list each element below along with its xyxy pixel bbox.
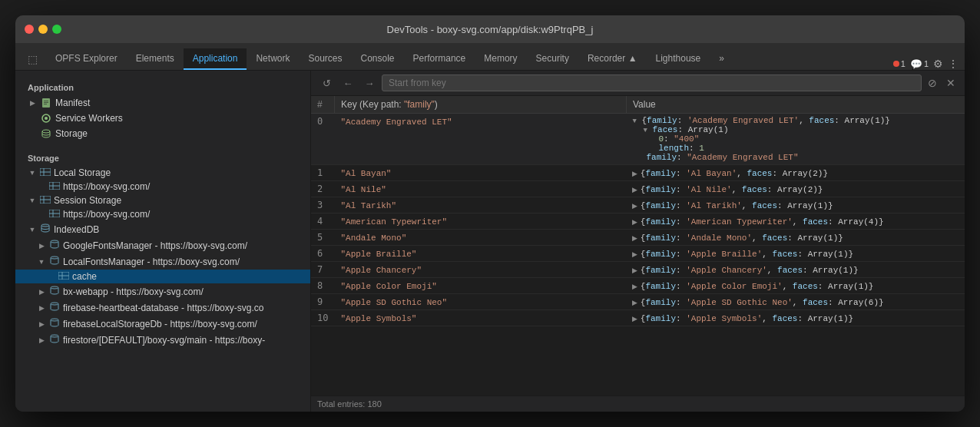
expand-6[interactable] — [632, 250, 637, 258]
cell-num-1: 1 — [311, 165, 334, 181]
sidebar-item-session-storage[interactable]: Session Storage — [15, 194, 310, 207]
expand-8[interactable] — [632, 283, 637, 290]
lfm-icon — [49, 255, 60, 268]
sidebar-item-ls-url[interactable]: https://boxy-svg.com/ — [15, 180, 310, 194]
table-row[interactable]: 5 "Andale Mono" {family: 'Andale Mono', … — [311, 230, 965, 246]
cell-key-9: "Apple SD Gothic Neo" — [334, 294, 626, 310]
expand-4[interactable] — [632, 218, 637, 226]
expand-1[interactable] — [632, 170, 637, 177]
tab-console[interactable]: Console — [352, 48, 404, 70]
expand-5[interactable] — [632, 234, 637, 242]
sidebar-item-cache[interactable]: cache — [15, 270, 310, 283]
devtools-icon[interactable]: ⬚ — [22, 48, 43, 70]
toolbar: ↺ ← → ⊘ ✕ — [311, 71, 965, 96]
tabs: OPFS Explorer Elements Application Netwo… — [46, 48, 893, 70]
cell-num-0: 0 — [311, 114, 334, 165]
clear-button[interactable]: ✕ — [943, 75, 958, 91]
tab-memory[interactable]: Memory — [475, 48, 526, 70]
sidebar-section-storage: Storage — [15, 151, 310, 166]
ls-icon — [40, 167, 51, 178]
close-button[interactable] — [25, 25, 34, 34]
next-button[interactable]: → — [360, 74, 379, 92]
fbh-icon — [49, 301, 60, 314]
cell-key-2: "Al Nile" — [334, 181, 626, 197]
tab-security[interactable]: Security — [527, 48, 578, 70]
manifest-icon — [40, 97, 52, 109]
sidebar-item-firebase-local[interactable]: firebaseLocalStorageDb - https://boxy-sv… — [15, 316, 310, 332]
data-table: # Key (Key path: "family") Value 0 "Acad… — [311, 96, 965, 326]
table-row[interactable]: 4 "American Typewriter" {family: 'Americ… — [311, 214, 965, 230]
ss-icon — [40, 195, 51, 206]
tab-elements[interactable]: Elements — [127, 48, 184, 70]
cell-val-2: {family: 'Al Nile', faces: Array(2)} — [626, 181, 965, 197]
key-input[interactable] — [382, 74, 922, 91]
tab-performance[interactable]: Performance — [404, 48, 475, 70]
expand-7[interactable] — [632, 266, 637, 274]
tab-recorder[interactable]: Recorder ▲ — [578, 48, 647, 70]
table-row[interactable]: 0 "Academy Engraved LET" {family: 'Acade… — [311, 114, 965, 165]
fbh-arrow — [37, 303, 46, 313]
sidebar-item-firestore[interactable]: firestore/[DEFAULT]/boxy-svg/main - http… — [15, 332, 310, 348]
sidebar-item-local-fonts[interactable]: LocalFontsManager - https://boxy-svg.com… — [15, 253, 310, 270]
tab-more[interactable]: » — [710, 48, 733, 70]
expand-3[interactable] — [632, 202, 637, 210]
svg-point-26 — [51, 303, 58, 305]
expand-2[interactable] — [632, 186, 637, 194]
refresh-button[interactable]: ↺ — [317, 74, 336, 92]
tabbar-left: ⬚ — [22, 48, 43, 70]
sidebar-item-google-fonts[interactable]: GoogleFontsManager - https://boxy-svg.co… — [15, 237, 310, 253]
fbl-label: firebaseLocalStorageDb - https://boxy-sv… — [63, 319, 257, 329]
main-area: Application Manifest — [15, 71, 965, 412]
cell-val-1: {family: 'Al Bayan', faces: Array(2)} — [626, 165, 965, 181]
sw-label: Service Workers — [55, 113, 123, 124]
tab-opfs-explorer[interactable]: OPFS Explorer — [46, 48, 127, 70]
fs-icon — [49, 333, 60, 346]
sw-icon — [40, 112, 52, 124]
content-area: ↺ ← → ⊘ ✕ # Key (Key path: "family") Val… — [311, 71, 965, 412]
tabbar-right: 1 💬 1 ⚙ ⋮ — [893, 58, 958, 70]
block-button[interactable]: ⊘ — [925, 75, 940, 91]
cell-key-3: "Al Tarikh" — [334, 197, 626, 214]
expand-10[interactable] — [632, 315, 637, 323]
table-header-row: # Key (Key path: "family") Value — [311, 96, 965, 114]
idb-arrow — [28, 225, 37, 234]
sidebar-item-local-storage[interactable]: Local Storage — [15, 166, 310, 180]
more-options-icon[interactable]: ⋮ — [948, 58, 958, 70]
sidebar-item-bx-webapp[interactable]: bx-webapp - https://boxy-svg.com/ — [15, 283, 310, 300]
message-count: 1 — [924, 59, 929, 68]
gfm-label: GoogleFontsManager - https://boxy-svg.co… — [63, 240, 247, 251]
table-row[interactable]: 8 "Apple Color Emoji" {family: 'Apple Co… — [311, 278, 965, 294]
expand-9[interactable] — [632, 299, 637, 306]
col-header-num: # — [311, 96, 334, 114]
table-row[interactable]: 3 "Al Tarikh" {family: 'Al Tarikh', face… — [311, 197, 965, 214]
tab-sources[interactable]: Sources — [299, 48, 351, 70]
settings-icon[interactable]: ⚙ — [933, 58, 943, 70]
tab-lighthouse[interactable]: Lighthouse — [647, 48, 710, 70]
sidebar-item-firebase-heartbeat[interactable]: firebase-heartbeat-database - https://bo… — [15, 300, 310, 316]
cell-key-6: "Apple Braille" — [334, 246, 626, 262]
table-row[interactable]: 10 "Apple Symbols" {family: 'Apple Symbo… — [311, 310, 965, 326]
table-row[interactable]: 7 "Apple Chancery" {family: 'Apple Chanc… — [311, 262, 965, 278]
message-icon: 💬 — [910, 58, 922, 70]
sidebar-item-manifest[interactable]: Manifest — [15, 95, 310, 111]
tab-application[interactable]: Application — [184, 48, 247, 70]
prev-button[interactable]: ← — [339, 74, 357, 92]
sidebar-item-ss-url[interactable]: https://boxy-svg.com/ — [15, 207, 310, 221]
storage-app-label: Storage — [55, 128, 88, 139]
table-wrap: # Key (Key path: "family") Value 0 "Acad… — [311, 96, 965, 396]
table-row[interactable]: 6 "Apple Braille" {family: 'Apple Braill… — [311, 246, 965, 262]
maximize-button[interactable] — [52, 25, 61, 34]
ss-arrow — [28, 196, 37, 205]
sidebar-section-application: Application — [15, 80, 310, 95]
table-row[interactable]: 9 "Apple SD Gothic Neo" {family: 'Apple … — [311, 294, 965, 310]
sidebar-item-indexeddb[interactable]: IndexedDB — [15, 221, 310, 237]
minimize-button[interactable] — [38, 25, 48, 34]
expand-0[interactable] — [632, 118, 636, 125]
col-header-key[interactable]: Key (Key path: "family") — [334, 96, 626, 114]
sidebar-item-storage-app[interactable]: Storage — [15, 126, 310, 141]
table-row[interactable]: 1 "Al Bayan" {family: 'Al Bayan', faces:… — [311, 165, 965, 181]
expand-faces-0[interactable] — [643, 127, 647, 134]
sidebar-item-service-workers[interactable]: Service Workers — [15, 111, 310, 126]
table-row[interactable]: 2 "Al Nile" {family: 'Al Nile', faces: A… — [311, 181, 965, 197]
tab-network[interactable]: Network — [247, 48, 299, 70]
